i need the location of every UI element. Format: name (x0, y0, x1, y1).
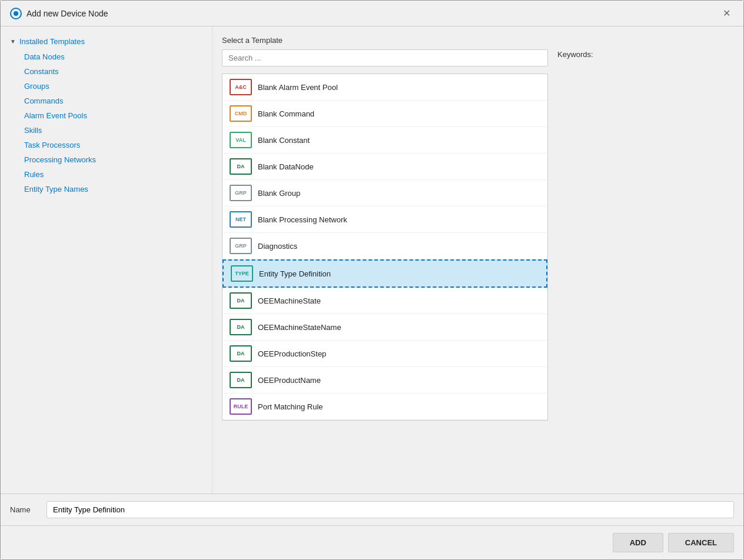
template-item-diagnostics[interactable]: GRP Diagnostics (222, 233, 547, 259)
sidebar-section-label: Installed Templates (19, 37, 85, 46)
sidebar: ▼ Installed Templates Data Nodes Constan… (1, 26, 212, 494)
template-item-oee-machine-state[interactable]: DA OEEMachineState (222, 288, 547, 314)
close-button[interactable]: ✕ (719, 6, 734, 20)
template-name-oee-pn: OEEProductName (258, 376, 321, 385)
template-list: A&C Blank Alarm Event Pool CMD Blank Com… (222, 74, 548, 421)
badge-net: NET (230, 211, 252, 228)
badge-diagnostics: GRP (230, 238, 252, 254)
template-item-blank-command[interactable]: CMD Blank Command (222, 101, 547, 127)
sidebar-item-constants[interactable]: Constants (1, 64, 212, 79)
main-area: Select a Template A&C Blank Alarm Event … (212, 26, 743, 494)
name-bar: Name (1, 494, 743, 525)
template-item-blank-constant[interactable]: VAL Blank Constant (222, 127, 547, 154)
collapse-arrow: ▼ (10, 38, 16, 45)
select-template-label: Select a Template (222, 36, 548, 45)
sidebar-item-processing-networks[interactable]: Processing Networks (1, 152, 212, 167)
template-item-oee-product-name[interactable]: DA OEEProductName (222, 367, 547, 394)
badge-type: TYPE (231, 265, 253, 282)
template-item-oee-machine-state-name[interactable]: DA OEEMachineStateName (222, 314, 547, 341)
content-area: ▼ Installed Templates Data Nodes Constan… (1, 26, 743, 494)
template-name-group: Blank Group (258, 189, 300, 198)
sidebar-section-header[interactable]: ▼ Installed Templates (1, 34, 212, 49)
template-item-blank-alarm[interactable]: A&C Blank Alarm Event Pool (222, 74, 547, 101)
sidebar-item-groups[interactable]: Groups (1, 79, 212, 94)
sidebar-item-skills[interactable]: Skills (1, 123, 212, 138)
template-item-oee-production-step[interactable]: DA OEEProductionStep (222, 341, 547, 367)
template-name-net: Blank Processing Network (258, 215, 347, 224)
badge-oee-pn: DA (230, 372, 252, 388)
dialog-title: Add new Device Node (26, 9, 108, 18)
badge-oee-msn: DA (230, 319, 252, 335)
badge-oee-ms: DA (230, 292, 252, 309)
sidebar-item-task-processors[interactable]: Task Processors (1, 138, 212, 152)
template-name-oee-ms: OEEMachineState (258, 296, 321, 305)
template-name-datanode: Blank DataNode (258, 162, 314, 171)
template-name-rule: Port Matching Rule (258, 402, 323, 411)
svg-point-1 (14, 11, 18, 16)
keywords-label: Keywords: (557, 45, 593, 59)
badge-constant: VAL (230, 132, 252, 148)
template-name-constant: Blank Constant (258, 136, 310, 145)
template-item-blank-processing-network[interactable]: NET Blank Processing Network (222, 206, 547, 233)
sidebar-item-entity-type-names[interactable]: Entity Type Names (1, 182, 212, 196)
sidebar-item-data-nodes[interactable]: Data Nodes (1, 49, 212, 64)
template-item-port-matching-rule[interactable]: RULE Port Matching Rule (222, 394, 547, 420)
template-name-oee-msn: OEEMachineStateName (258, 323, 341, 332)
template-item-blank-datanode[interactable]: DA Blank DataNode (222, 154, 547, 180)
add-button[interactable]: ADD (613, 533, 663, 552)
badge-datanode: DA (230, 158, 252, 175)
title-bar: Add new Device Node ✕ (1, 1, 743, 26)
template-name-oee-ps: OEEProductionStep (258, 349, 326, 358)
template-name-diagnostics: Diagnostics (258, 242, 297, 251)
template-item-blank-group[interactable]: GRP Blank Group (222, 180, 547, 206)
template-item-entity-type-definition[interactable]: TYPE Entity Type Definition (222, 259, 547, 288)
footer-buttons: ADD CANCEL (1, 525, 743, 559)
dialog: Add new Device Node ✕ ▼ Installed Templa… (0, 0, 744, 560)
badge-command: CMD (230, 105, 252, 122)
sidebar-item-alarm-event-pools[interactable]: Alarm Event Pools (1, 108, 212, 123)
badge-group: GRP (230, 185, 252, 201)
sidebar-item-rules[interactable]: Rules (1, 167, 212, 182)
search-input[interactable] (222, 49, 548, 66)
name-input[interactable] (46, 501, 734, 518)
badge-alarm: A&C (230, 79, 252, 95)
sidebar-item-commands[interactable]: Commands (1, 94, 212, 108)
badge-oee-ps: DA (230, 345, 252, 362)
template-name-entity-type: Entity Type Definition (259, 269, 331, 278)
name-label: Name (10, 505, 39, 514)
badge-rule: RULE (230, 398, 252, 415)
dialog-icon (10, 8, 22, 19)
title-bar-left: Add new Device Node (10, 8, 108, 19)
cancel-button[interactable]: CANCEL (668, 533, 734, 552)
template-name-alarm: Blank Alarm Event Pool (258, 83, 338, 92)
template-name-command: Blank Command (258, 109, 314, 118)
